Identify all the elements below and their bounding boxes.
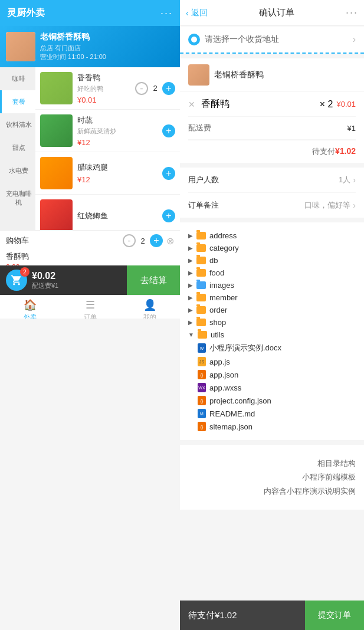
sidebar-item-utility[interactable]: 水电费 (0, 159, 35, 182)
file-item-projectjson[interactable]: {} project.config.json (188, 394, 356, 407)
food-plus-2[interactable]: + (162, 124, 175, 137)
cart-icon-circle[interactable]: 2 (6, 270, 27, 291)
cart-bar-right: - 2 + ⊗ (123, 234, 174, 247)
food-plus-1[interactable]: + (162, 82, 175, 95)
cart-title: 购物车 (6, 235, 29, 246)
sidebar-item-meal[interactable]: 套餐 (0, 90, 35, 113)
checkout-button[interactable]: 去结算 (127, 265, 180, 295)
nav-item-order[interactable]: ☰ 订单 (60, 296, 120, 319)
folder-icon-db (196, 257, 206, 264)
order-store-name: 老铜桥香酥鸭 (214, 70, 264, 80)
cart-qty-ctrl: - 2 + (123, 234, 163, 247)
food-details-4: 红烧鲫鱼 (77, 211, 158, 221)
file-item-order[interactable]: ▶ order (188, 304, 356, 316)
file-item-appwxss[interactable]: WX app.wxss (188, 381, 356, 394)
food-minus-1[interactable]: - (135, 82, 148, 95)
food-plus-3[interactable]: + (162, 167, 175, 180)
order-note-label: 订单备注 (188, 200, 219, 211)
folder-arrow-icon: ▶ (188, 294, 193, 301)
sidebar-item-coffee[interactable]: 咖啡 (0, 67, 35, 90)
total-amount: ¥1.02 (335, 146, 356, 157)
file-item-shop[interactable]: ▶ shop (188, 316, 356, 329)
file-name-utils: utils (211, 330, 224, 339)
submit-bar: 待支付¥1.02 提交订单 (180, 601, 364, 630)
file-item-sitemapjson[interactable]: {} sitemap.json (188, 420, 356, 433)
food-plus-4[interactable]: + (162, 209, 175, 222)
file-name-food: food (209, 268, 224, 277)
back-button[interactable]: ‹ 返回 (186, 8, 208, 18)
order-item-row: ✕ 香酥鸭 × 2 ¥0.01 (188, 92, 356, 117)
header-menu-dots[interactable]: ··· (160, 7, 173, 19)
order-note-row[interactable]: 订单备注 口味，偏好等 › (188, 193, 356, 218)
file-item-appjs[interactable]: JS app.js (188, 355, 356, 368)
footer-line-1: 相目录结构 (188, 457, 356, 470)
delete-icon[interactable]: ✕ (188, 100, 195, 109)
user-count-label: 用户人数 (188, 175, 219, 185)
food-name-4: 红烧鲫鱼 (77, 211, 158, 221)
file-item-category[interactable]: ▶ category (188, 242, 356, 254)
cart-qty: 2 (138, 237, 147, 245)
folder-icon-utils (198, 331, 207, 339)
food-ctrl-3: + (162, 167, 175, 180)
food-ctrl-2: + (162, 124, 175, 137)
file-name-appjson: app.json (209, 370, 238, 379)
note-chevron: › (353, 201, 356, 210)
food-details-1: 香香鸭 好吃的鸭 ¥0.01 (77, 73, 130, 104)
food-item-2: 时蔬 新鲜蔬菜清炒 ¥12 + (35, 110, 180, 152)
address-selection-bar[interactable]: 请选择一个收货地址 › (180, 27, 364, 54)
file-name-docx: 小程序演示实例.docx (209, 343, 281, 353)
file-item-appjson[interactable]: {} app.json (188, 368, 356, 381)
file-item-utils[interactable]: ▼ utils (188, 329, 356, 341)
footer-line-2: 小程序前端模板 (188, 470, 356, 484)
submit-order-button[interactable]: 提交订单 (305, 601, 364, 630)
file-item-docx[interactable]: W 小程序演示实例.docx (188, 341, 356, 355)
checkout-left: 2 ¥0.02 配送费¥1 (0, 265, 127, 295)
file-name-address: address (209, 231, 237, 240)
sidebar-item-charger[interactable]: 充电咖啡机 (0, 182, 35, 214)
file-name-order: order (209, 306, 227, 314)
user-count-row[interactable]: 用户人数 1人 › (188, 168, 356, 193)
sidebar-item-drink[interactable]: 饮料清水 (0, 113, 35, 136)
file-item-readme[interactable]: M README.md (188, 407, 356, 420)
cart-badge: 2 (20, 267, 29, 277)
folder-icon-order (196, 306, 206, 314)
file-item-member[interactable]: ▶ member (188, 291, 356, 304)
json-icon-2: {} (198, 396, 206, 405)
file-item-db[interactable]: ▶ db (188, 254, 356, 267)
cart-close-icon[interactable]: ⊗ (166, 235, 174, 247)
file-name-sitemapjson: sitemap.json (209, 422, 252, 431)
cart-plus-btn[interactable]: + (150, 234, 163, 247)
category-sidebar: 咖啡 套餐 饮料清水 甜点 水电费 充电咖啡机 (0, 67, 35, 250)
folder-arrow-icon: ▶ (188, 319, 193, 326)
folder-arrow-icon: ▶ (188, 232, 193, 239)
delivery-fee-label: 配送费 (188, 123, 211, 133)
food-list: 香香鸭 好吃的鸭 ¥0.01 - 2 + 时蔬 新鲜蔬菜清炒 ¥12 (35, 67, 180, 250)
file-item-food[interactable]: ▶ food (188, 267, 356, 279)
cart-minus-btn[interactable]: - (123, 234, 136, 247)
file-name-projectjson: project.config.json (209, 396, 271, 405)
file-item-images[interactable]: ▶ images (188, 279, 356, 291)
js-icon: JS (198, 357, 206, 366)
food-image-4 (40, 199, 73, 232)
food-qty-1: 2 (150, 84, 160, 93)
right-menu-dots[interactable]: ··· (346, 6, 358, 19)
nav-item-takeout[interactable]: 🏠 外卖 (0, 296, 60, 319)
folder-arrow-icon: ▶ (188, 270, 193, 276)
nav-label-profile: 我的 (143, 313, 156, 319)
file-tree: ▶ address ▶ category ▶ db ▶ food ▶ image… (180, 222, 364, 440)
file-name-member: member (209, 293, 238, 302)
file-name-shop: shop (209, 318, 226, 327)
json-icon: {} (198, 370, 206, 379)
checkout-total: ¥0.02 (32, 271, 58, 281)
addr-dot-icon (188, 34, 200, 45)
cart-item-name: 香酥鸭 (6, 251, 29, 262)
sidebar-item-dessert[interactable]: 甜点 (0, 136, 35, 159)
folder-icon-food (196, 269, 206, 277)
left-header: 灵厨外卖 ··· (0, 0, 180, 26)
docx-icon: W (198, 343, 206, 353)
file-item-address[interactable]: ▶ address (188, 229, 356, 242)
folder-icon-member (196, 294, 206, 301)
folder-open-arrow-icon: ▼ (188, 332, 194, 338)
food-name-2: 时蔬 (77, 115, 158, 126)
nav-item-profile[interactable]: 👤 我的 (120, 296, 180, 319)
